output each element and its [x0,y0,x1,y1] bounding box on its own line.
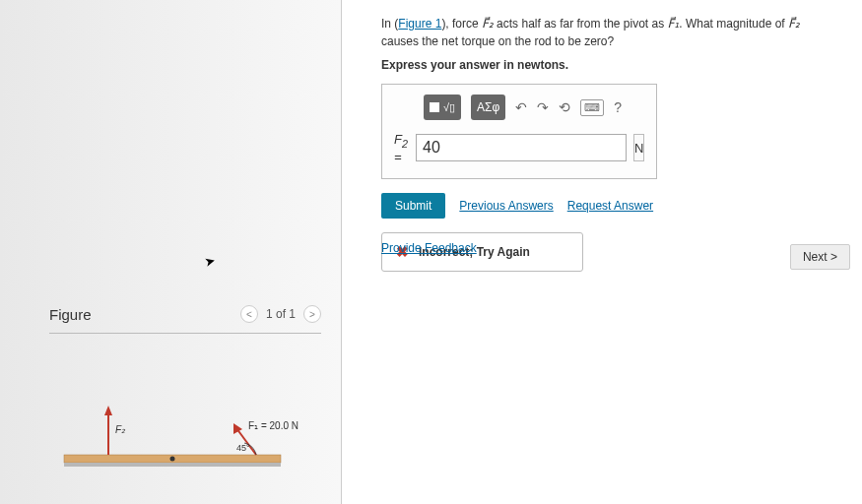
svg-point-2 [170,457,175,462]
angle-label: 45° [236,443,250,453]
figure-header: Figure < 1 of 1 > [49,305,321,334]
svg-marker-4 [104,406,112,415]
figure-diagram: F₂ F₁ = 20.0 N 45° [54,394,310,492]
previous-answers-link[interactable]: Previous Answers [459,199,553,213]
next-button[interactable]: Next > [790,244,850,270]
provide-feedback: Provide Feedback [381,241,477,255]
root-icon: √▯ [443,101,455,114]
f2-label: F₂ [115,424,126,435]
main-panel: In (Figure 1), force F⃗₂ acts half as fa… [342,0,862,504]
answer-box: √▯ ΑΣφ ↶ ↷ ⟲ ⌨ ? F2 = N [381,84,657,179]
question-text: In (Figure 1), force F⃗₂ acts half as fa… [381,15,832,50]
figure-pager: < 1 of 1 > [240,305,321,323]
chevron-right-icon: > [830,250,837,264]
svg-rect-1 [64,463,281,467]
figure-prev-button[interactable]: < [240,305,258,323]
equation-toolbar: √▯ ΑΣφ ↶ ↷ ⟲ ⌨ ? [394,94,644,120]
answer-unit: N [633,134,644,161]
svg-marker-6 [233,423,242,434]
figure-link[interactable]: Figure 1 [398,17,441,31]
f1-label: F₁ = 20.0 N [248,420,298,431]
figure-title: Figure [49,306,92,323]
greek-button[interactable]: ΑΣφ [471,94,505,120]
submit-button[interactable]: Submit [381,193,445,219]
redo-icon[interactable]: ↷ [537,99,549,115]
reset-icon[interactable]: ⟲ [559,99,570,115]
help-icon[interactable]: ? [614,99,622,115]
provide-feedback-link[interactable]: Provide Feedback [381,241,477,255]
answer-label: F2 = [394,132,408,164]
undo-icon[interactable]: ↶ [515,99,527,115]
left-panel: ➤ Figure < 1 of 1 > F₂ F₁ = 20.0 N 45° [0,0,342,504]
templates-button[interactable]: √▯ [424,94,461,120]
answer-input-row: F2 = N [394,132,644,164]
cursor-icon: ➤ [203,253,218,270]
instruction-text: Express your answer in newtons. [381,58,832,72]
square-icon [430,102,439,112]
keyboard-icon[interactable]: ⌨ [580,99,604,116]
submit-row: Submit Previous Answers Request Answer [381,193,832,219]
answer-input[interactable] [416,134,627,161]
figure-next-button[interactable]: > [303,305,321,323]
request-answer-link[interactable]: Request Answer [567,199,653,213]
figure-pager-text: 1 of 1 [266,307,296,321]
